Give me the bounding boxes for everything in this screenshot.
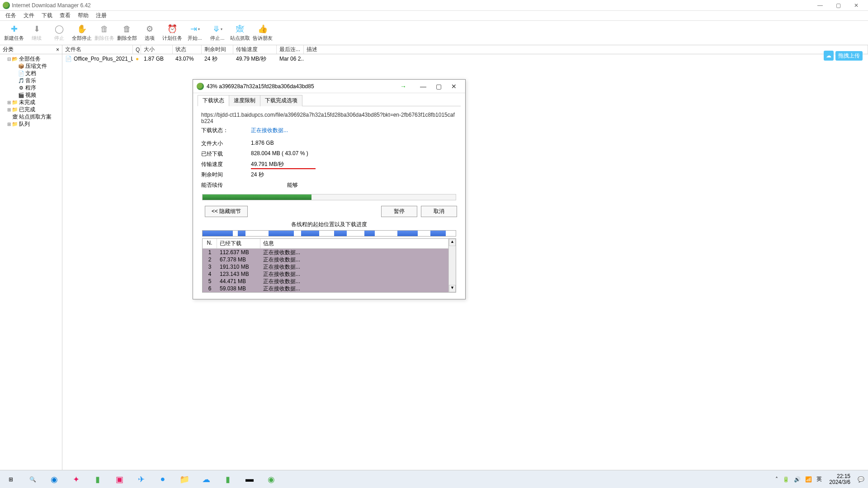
stop-start-icon: ⤋▾ [212,24,222,34]
start-button[interactable]: ⇥▾ 开始... [184,21,206,45]
th-downloaded[interactable]: 已经下载 [217,239,260,248]
window-title: Internet Download Manager 6.42 [12,2,811,9]
col-remaining[interactable]: 剩余时间 [202,45,233,54]
taskbar-idm[interactable]: ◉ [260,470,282,488]
maximize-button[interactable]: ▢ [829,0,847,11]
taskbar-app1[interactable]: ✦ [65,470,87,488]
dialog-minimize-button[interactable]: — [415,81,431,92]
download-arrow-icon: ⬇ [32,24,42,34]
value-filesize: 1.876 GB [251,140,274,147]
label-remaining: 剩余时间 [201,171,251,179]
options-button[interactable]: ⚙ 选项 [139,21,160,45]
tray-volume-icon[interactable]: 🔊 [794,476,801,483]
menu-tasks[interactable]: 任务 [2,11,20,20]
th-number[interactable]: N. [203,239,217,248]
menu-view[interactable]: 查看 [56,11,74,20]
tree-unfinished[interactable]: ⊞ 📁 未完成 [0,99,62,106]
taskbar-app4[interactable]: ✈ [130,470,152,488]
thread-row[interactable]: 544.471 MB正在接收数据... [203,278,448,285]
collapse-icon[interactable]: ⊟ [6,57,12,62]
tab-speed-limit[interactable]: 速度限制 [229,95,260,106]
expand-icon[interactable]: ⊞ [6,100,12,105]
scroll-up-icon[interactable]: ▲ [449,239,456,246]
progress-fill [203,194,311,200]
tree-all-tasks[interactable]: ⊟ 📂 全部任务 [0,55,62,62]
menu-download[interactable]: 下载 [38,11,56,20]
pause-button[interactable]: 暂停 [381,206,417,217]
sidebar-close-icon[interactable]: × [56,47,59,53]
col-desc[interactable]: 描述 [304,45,868,54]
thread-downloaded: 123.143 MB [217,271,260,277]
tray-ime[interactable]: 英 [816,475,822,483]
thread-row[interactable]: 1112.637 MB正在接收数据... [203,249,448,256]
expand-icon[interactable]: ⊞ [6,122,12,127]
expand-icon[interactable]: ⊞ [6,107,12,112]
taskbar-edge[interactable]: ◉ [43,470,65,488]
cancel-button[interactable]: 取消 [421,206,457,217]
tab-on-complete[interactable]: 下载完成选项 [260,95,302,106]
col-speed[interactable]: 传输速度 [233,45,277,54]
tree-finished[interactable]: ⊞ 📁 已完成 [0,106,62,113]
scroll-down-icon[interactable]: ▼ [449,285,456,292]
stop-start-button[interactable]: ⤋▾ 停止... [207,21,228,45]
tree-video[interactable]: 🎬 视频 [0,91,62,99]
start-button[interactable]: ⊞ [0,470,22,488]
resume-button[interactable]: ⬇ 继续 [26,21,47,45]
taskbar-terminal[interactable]: ▬ [239,470,260,488]
col-filename[interactable]: 文件名 [62,45,133,54]
menu-help[interactable]: 帮助 [74,11,92,20]
hand-icon: ✋ [77,24,87,34]
taskbar-clock[interactable]: 22:15 2024/3/6 [826,474,853,485]
thread-row[interactable]: 3191.310 MB正在接收数据... [203,263,448,270]
col-size[interactable]: 大小 [141,45,173,54]
col-queue[interactable]: Q [133,45,141,54]
label-speed: 传输速度 [201,161,251,168]
thread-row[interactable]: 659.038 MB正在接收数据... [203,285,448,292]
taskbar-app6[interactable]: ☁ [195,470,217,488]
col-status[interactable]: 状态 [173,45,202,54]
tab-download-status[interactable]: 下载状态 [198,95,229,106]
tree-programs[interactable]: ⚙ 程序 [0,84,62,91]
tray-notifications-icon[interactable]: 💬 [858,476,864,483]
menu-register[interactable]: 注册 [92,11,110,20]
hide-details-button[interactable]: << 隐藏细节 [205,206,248,217]
tree-queue[interactable]: ⊞ 📁 队列 [0,120,62,128]
search-button[interactable]: 🔍 [22,470,43,488]
tree-music[interactable]: 🎵 音乐 [0,77,62,84]
new-task-button[interactable]: ✚ 新建任务 [3,21,25,45]
delete-task-button[interactable]: 🗑 删除任务 [94,21,115,45]
close-button[interactable]: ✕ [847,0,865,11]
stop-button[interactable]: ◯ 停止 [48,21,70,45]
taskbar-app5[interactable]: ● [152,470,174,488]
tray-wifi-icon[interactable]: 📶 [805,476,812,483]
delete-all-button[interactable]: 🗑 删除全部 [116,21,138,45]
thread-row[interactable]: 4123.143 MB正在接收数据... [203,270,448,278]
minimize-button[interactable]: — [811,0,829,11]
taskbar-explorer[interactable]: 📁 [174,470,195,488]
taskbar-app2[interactable]: ▮ [87,470,108,488]
tree-compressed[interactable]: 📦 压缩文件 [0,62,62,70]
dialog-close-button[interactable]: ✕ [446,81,462,92]
stop-all-button[interactable]: ✋ 全部停止 [71,21,93,45]
tray-chevron-icon[interactable]: ˄ [775,476,778,483]
thread-row[interactable]: 267.378 MB正在接收数据... [203,256,448,263]
tree-documents[interactable]: 📄 文档 [0,70,62,77]
drag-upload-button[interactable]: 拖拽上传 [835,51,863,61]
cell-size: 1.87 GB [141,56,173,62]
tray-battery-icon[interactable]: 🔋 [783,476,789,483]
th-info[interactable]: 信息 [260,239,448,248]
dialog-maximize-button[interactable]: ▢ [431,81,446,92]
taskbar-app3[interactable]: ▣ [108,470,130,488]
tell-friend-button[interactable]: 👍 告诉朋友 [252,21,274,45]
tree-grab-plan[interactable]: 🕸 站点抓取方案 [0,113,62,120]
cloud-icon[interactable]: ☁ [824,51,834,61]
taskbar-app7[interactable]: ▮ [217,470,239,488]
site-grabber-button[interactable]: 🕸 站点抓取 [229,21,251,45]
col-last[interactable]: 最后连... [277,45,304,54]
schedule-button[interactable]: ⏰ 计划任务 [161,21,183,45]
list-row[interactable]: 📄 Office_Pro_Plus_2021_LT... ● 1.87 GB 4… [62,54,868,63]
dialog-titlebar[interactable]: 43% a396928a7h32a15fd28ba306da43bd85 → —… [193,80,465,93]
thread-scrollbar[interactable]: ▲ ▼ [448,239,456,292]
thread-table-header: N. 已经下载 信息 [203,239,448,249]
menu-file[interactable]: 文件 [20,11,38,20]
